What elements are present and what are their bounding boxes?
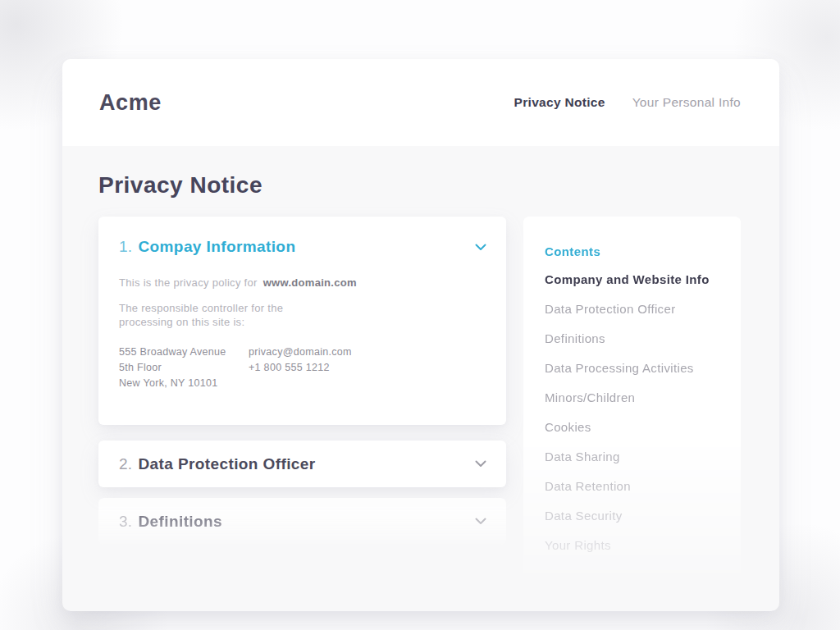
top-nav: Privacy Notice Your Personal Info bbox=[514, 95, 741, 110]
contents-item-data-security[interactable]: Data Security bbox=[545, 509, 724, 523]
chevron-down-icon[interactable] bbox=[475, 518, 486, 525]
chevron-down-icon[interactable] bbox=[475, 244, 486, 251]
contents-item-minors-children[interactable]: Minors/Children bbox=[545, 390, 724, 405]
contact-phone: +1 800 555 1212 bbox=[249, 360, 352, 376]
contents-item-definitions[interactable]: Definitions bbox=[545, 331, 724, 346]
section-title: Data Protection Officer bbox=[138, 455, 315, 473]
contents-panel: Contents Company and Website Info Data P… bbox=[523, 217, 741, 602]
accordion-header-data-protection-officer[interactable]: 2. Data Protection Officer bbox=[119, 441, 486, 487]
policy-domain-text: www.domain.com bbox=[263, 276, 357, 289]
address-line: 5th Floor bbox=[119, 360, 249, 376]
contents-item-data-protection-officer[interactable]: Data Protection Officer bbox=[545, 302, 724, 317]
accordion-section-definitions: 3. Definitions bbox=[98, 498, 506, 545]
contents-title: Contents bbox=[545, 244, 724, 258]
contents-item-data-sharing[interactable]: Data Sharing bbox=[545, 450, 724, 464]
chevron-down-icon[interactable] bbox=[475, 460, 486, 468]
contents-item-company-and-website-info[interactable]: Company and Website Info bbox=[545, 272, 724, 287]
privacy-notice-window: Acme Privacy Notice Your Personal Info P… bbox=[62, 59, 779, 611]
section-number: 2. bbox=[119, 455, 132, 473]
contents-list: Company and Website Info Data Protection… bbox=[545, 272, 724, 553]
contact-email: privacy@domain.com bbox=[249, 345, 352, 360]
accordion-header-definitions[interactable]: 3. Definitions bbox=[119, 498, 486, 545]
brand-logo: Acme bbox=[99, 90, 162, 116]
section-number: 1. bbox=[119, 238, 132, 256]
company-info-columns: 555 Broadway Avenue 5th Floor New York, … bbox=[119, 345, 486, 391]
address-block: 555 Broadway Avenue 5th Floor New York, … bbox=[119, 345, 249, 391]
accordion-header-company-information[interactable]: 1. Compay Information bbox=[119, 238, 486, 256]
nav-your-personal-info[interactable]: Your Personal Info bbox=[632, 95, 741, 110]
section-title: Compay Information bbox=[138, 238, 295, 256]
contents-item-cookies[interactable]: Cookies bbox=[545, 420, 724, 435]
policy-for-line: This is the privacy policy forwww.domain… bbox=[119, 276, 486, 289]
policy-prefix-text: This is the privacy policy for bbox=[119, 276, 258, 289]
nav-privacy-notice[interactable]: Privacy Notice bbox=[514, 95, 605, 110]
app-header: Acme Privacy Notice Your Personal Info bbox=[62, 59, 779, 146]
section-title: Definitions bbox=[138, 513, 222, 531]
contents-item-your-rights[interactable]: Your Rights bbox=[545, 538, 724, 553]
contents-item-data-processing-activities[interactable]: Data Processing Activities bbox=[545, 361, 724, 376]
controller-text: The responsible controller for the proce… bbox=[119, 301, 304, 329]
contact-block: privacy@domain.com +1 800 555 1212 bbox=[249, 345, 352, 391]
accordion-section-data-protection-officer: 2. Data Protection Officer bbox=[98, 441, 506, 487]
contents-item-data-retention[interactable]: Data Retention bbox=[545, 479, 724, 494]
accordion-section-company-information: 1. Compay Information This is the privac… bbox=[98, 217, 506, 425]
section-number: 3. bbox=[119, 513, 132, 531]
address-line: New York, NY 10101 bbox=[119, 376, 249, 391]
address-line: 555 Broadway Avenue bbox=[119, 345, 249, 360]
page-title: Privacy Notice bbox=[98, 172, 262, 199]
